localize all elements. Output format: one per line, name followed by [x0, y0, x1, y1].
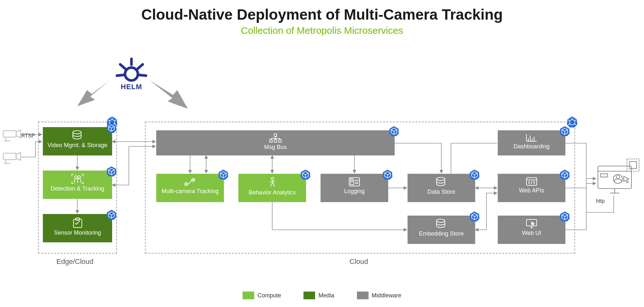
svc-dashboarding: Dashboarding — [498, 130, 565, 155]
svc-web-apis: Web APIs — [498, 174, 565, 202]
svc-label: Behavior Analytics — [238, 189, 306, 199]
svg-line-67 — [531, 181, 532, 184]
svg-rect-45 — [270, 140, 272, 142]
camera-icon — [3, 151, 22, 164]
svc-label: Data Store — [408, 189, 475, 198]
svc-detection-tracking: Detection & Tracking — [43, 171, 112, 199]
svg-point-36 — [78, 176, 81, 178]
svc-label: Video Mgmt. & Storage — [43, 142, 112, 151]
edge-cluster-label: Edge/Cloud — [56, 257, 93, 266]
svc-label: Web APIs — [498, 187, 565, 197]
container-icon — [469, 211, 480, 221]
svc-label: Embedding Store — [408, 230, 475, 240]
svg-point-55 — [352, 179, 353, 179]
svc-web-ui: Web UI — [498, 216, 565, 244]
svg-point-49 — [186, 184, 187, 185]
container-icon — [389, 126, 399, 136]
clipboard-icon — [72, 217, 83, 228]
svg-marker-14 — [16, 153, 21, 160]
database-icon — [436, 177, 447, 187]
svg-line-3 — [139, 75, 146, 76]
diagram-canvas: Cloud-Native Deployment of Multi-Camera … — [0, 0, 644, 307]
container-icon — [469, 169, 480, 180]
helm-logo: HELM — [114, 56, 149, 91]
svg-rect-77 — [601, 174, 608, 177]
svc-label: Msg Bus — [156, 144, 395, 153]
container-icon — [560, 211, 570, 221]
svg-rect-39 — [274, 134, 277, 136]
container-icon — [560, 169, 570, 180]
svg-rect-56 — [351, 181, 354, 185]
container-icon — [300, 169, 311, 180]
legend-media: Media — [303, 292, 334, 299]
http-label: http — [596, 198, 605, 204]
svg-rect-46 — [274, 140, 277, 142]
svc-embedding-store: Embedding Store — [408, 216, 475, 244]
svg-line-2 — [138, 64, 143, 69]
svg-marker-10 — [16, 130, 21, 138]
hierarchy-icon — [269, 134, 282, 143]
cloud-cluster-label: Cloud — [350, 257, 368, 266]
svc-label: Sensor Monitoring — [43, 229, 112, 239]
svg-point-50 — [193, 180, 194, 181]
svg-point-54 — [351, 179, 351, 179]
svc-multi-camera-tracking: Multi-camera Tracking — [156, 174, 224, 202]
container-icon — [560, 126, 570, 136]
svg-rect-79 — [630, 162, 637, 169]
svg-marker-8 — [150, 80, 188, 109]
page-subtitle: Collection of Metropolis Microservices — [0, 25, 644, 36]
helm-label: HELM — [114, 83, 149, 91]
svc-label: Web UI — [498, 230, 565, 239]
svg-point-76 — [616, 175, 620, 179]
svg-rect-78 — [627, 159, 639, 171]
database-icon — [436, 219, 447, 229]
route-pin-icon — [184, 177, 197, 187]
svc-label: Multi-camera Tracking — [156, 188, 224, 197]
svg-point-0 — [125, 68, 138, 80]
svc-video-mgmt-storage: Video Mgmt. & Storage — [43, 127, 112, 155]
svc-logging: Logging — [321, 174, 388, 202]
svg-line-4 — [120, 64, 125, 69]
svc-msg-bus: Msg Bus — [156, 130, 395, 155]
svc-behavior-analytics: Behavior Analytics — [238, 174, 306, 202]
page-title: Cloud-Native Deployment of Multi-Camera … — [0, 6, 644, 23]
person-walk-icon — [267, 177, 277, 188]
arrow-to-cloud-icon — [147, 80, 188, 111]
container-icon — [106, 166, 117, 176]
svg-rect-9 — [3, 131, 16, 137]
svg-rect-47 — [279, 140, 281, 142]
bar-chart-icon — [526, 134, 537, 142]
container-icon — [106, 209, 117, 220]
svg-point-35 — [75, 176, 77, 178]
arrow-to-edge-icon — [77, 80, 116, 109]
svc-data-store: Data Store — [408, 174, 475, 202]
svg-marker-7 — [77, 80, 110, 106]
svg-line-5 — [117, 75, 123, 76]
svc-sensor-monitoring: Sensor Monitoring — [43, 214, 112, 242]
monitor-cursor-icon — [526, 219, 537, 228]
svc-label: Dashboarding — [498, 143, 565, 153]
container-icon — [106, 123, 117, 133]
browser-log-icon — [349, 177, 360, 187]
svc-label: Detection & Tracking — [43, 185, 112, 195]
svg-point-51 — [271, 177, 274, 180]
code-window-icon — [526, 177, 537, 186]
database-icon — [72, 130, 83, 141]
people-detect-icon — [71, 174, 84, 184]
container-icon — [218, 169, 228, 180]
client-ui-icon — [596, 158, 641, 196]
rtsp-label: RTSP — [21, 133, 35, 139]
legend-compute: Compute — [243, 292, 281, 299]
legend: Compute Media Middleware — [0, 292, 644, 299]
helm-icon — [114, 56, 149, 82]
camera-icon — [3, 129, 22, 142]
svg-rect-13 — [3, 153, 16, 160]
legend-middleware: Middleware — [357, 292, 401, 299]
svc-label: Logging — [321, 188, 388, 197]
container-icon — [382, 169, 393, 180]
svg-rect-65 — [526, 178, 537, 185]
